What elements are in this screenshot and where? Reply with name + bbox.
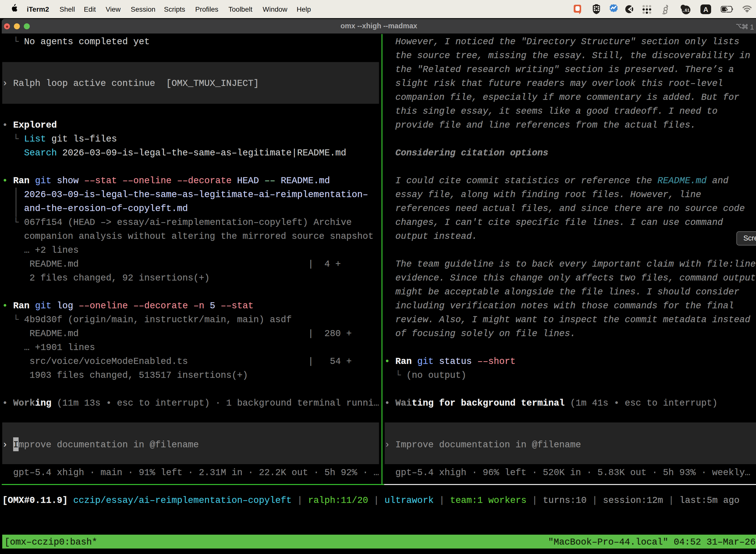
svg-text:..61: ..61 [683,8,690,13]
svg-text:A: A [703,6,708,13]
